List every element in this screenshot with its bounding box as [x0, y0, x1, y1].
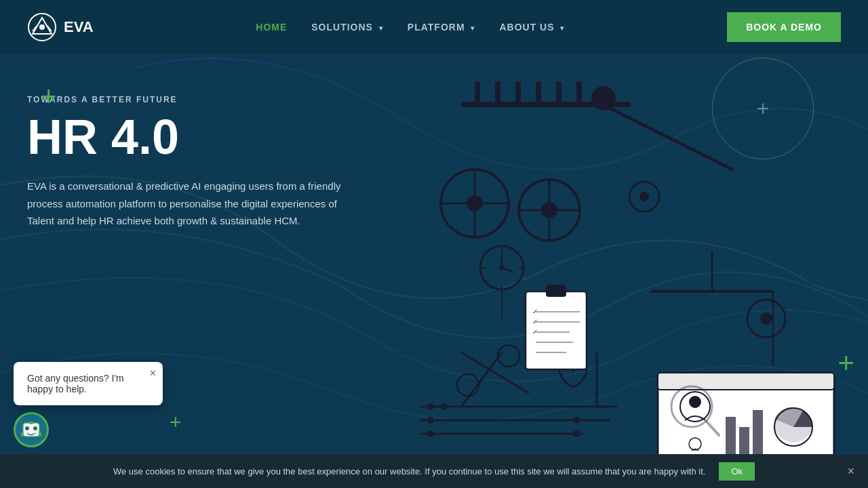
chat-message: Got any questions? I'm happy to help. — [27, 373, 149, 394]
chat-button-row — [14, 412, 163, 447]
svg-point-62 — [427, 417, 434, 424]
svg-point-63 — [573, 417, 580, 424]
svg-rect-76 — [739, 427, 749, 454]
logo[interactable]: EVA — [27, 12, 94, 42]
svg-rect-75 — [726, 417, 736, 454]
chevron-down-icon: ▾ — [379, 24, 383, 32]
plus-decorator-right: + — [837, 347, 854, 380]
nav-item-platform[interactable]: PLATFORM ▾ — [408, 21, 475, 33]
nav-item-about[interactable]: ABOUT US ▾ — [499, 21, 564, 33]
svg-point-82 — [25, 426, 29, 430]
svg-point-50 — [498, 345, 519, 367]
chat-close-button[interactable]: × — [150, 367, 156, 380]
cookie-message: We use cookies to ensure that we give yo… — [113, 466, 705, 476]
cookie-close-button[interactable]: × — [847, 464, 854, 479]
svg-text:✓: ✓ — [532, 328, 538, 336]
nav-link-platform[interactable]: PLATFORM ▾ — [408, 22, 475, 33]
circle-plus-icon: + — [757, 96, 770, 121]
hero-title: HR 4.0 — [27, 113, 393, 161]
nav-link-home[interactable]: HOME — [256, 22, 287, 33]
svg-text:✓: ✓ — [532, 318, 538, 325]
nav-item-home[interactable]: HOME — [256, 21, 287, 33]
svg-rect-35 — [546, 285, 566, 297]
hero-content: TOWARDS A BETTER FUTURE HR 4.0 EVA is a … — [27, 95, 393, 230]
logo-icon — [27, 12, 57, 42]
hero-tagline: TOWARDS A BETTER FUTURE — [27, 95, 393, 104]
chevron-down-icon: ▾ — [471, 24, 475, 32]
nav-link-about[interactable]: ABOUT US ▾ — [499, 22, 564, 33]
svg-point-55 — [760, 312, 772, 325]
cookie-ok-button[interactable]: Ok — [719, 462, 755, 481]
svg-point-65 — [573, 430, 580, 437]
svg-rect-9 — [515, 81, 521, 105]
svg-rect-85 — [21, 432, 24, 436]
plus-decorator-bottom-center: + — [170, 411, 182, 434]
svg-point-64 — [427, 430, 434, 437]
svg-point-51 — [457, 374, 479, 396]
svg-rect-7 — [475, 81, 480, 105]
chat-bubble: × Got any questions? I'm happy to help. — [14, 362, 163, 405]
book-demo-button[interactable]: BOOK A DEMO — [727, 12, 841, 42]
nav-links: HOME SOLUTIONS ▾ PLATFORM ▾ ABOUT US ▾ — [256, 21, 564, 33]
hero-description: EVA is a conversational & predictive AI … — [27, 178, 366, 230]
chevron-down-icon: ▾ — [560, 24, 564, 32]
svg-point-61 — [441, 403, 448, 410]
svg-point-24 — [639, 192, 649, 201]
plus-decorator-top-left: + — [41, 81, 56, 112]
svg-point-83 — [33, 426, 37, 430]
svg-point-3 — [39, 24, 45, 30]
svg-rect-10 — [536, 81, 541, 105]
nav-link-solutions[interactable]: SOLUTIONS ▾ — [311, 22, 383, 33]
svg-rect-84 — [29, 422, 33, 424]
svg-point-73 — [689, 396, 701, 408]
svg-rect-8 — [495, 81, 500, 105]
chat-avatar[interactable] — [14, 412, 49, 447]
nav-item-solutions[interactable]: SOLUTIONS ▾ — [311, 21, 383, 33]
svg-line-49 — [461, 352, 502, 407]
svg-rect-12 — [576, 81, 582, 105]
svg-point-60 — [427, 403, 434, 410]
svg-text:✓: ✓ — [532, 308, 538, 315]
svg-rect-86 — [39, 432, 41, 436]
cookie-banner: We use cookies to ensure that we give yo… — [0, 454, 868, 488]
logo-text: EVA — [64, 18, 94, 36]
svg-rect-77 — [753, 410, 763, 454]
circle-decorator: + — [712, 58, 814, 159]
svg-rect-11 — [556, 81, 561, 105]
navbar: EVA HOME SOLUTIONS ▾ PLATFORM ▾ ABOUT US… — [0, 0, 868, 54]
chat-widget: × Got any questions? I'm happy to help. — [14, 362, 163, 447]
